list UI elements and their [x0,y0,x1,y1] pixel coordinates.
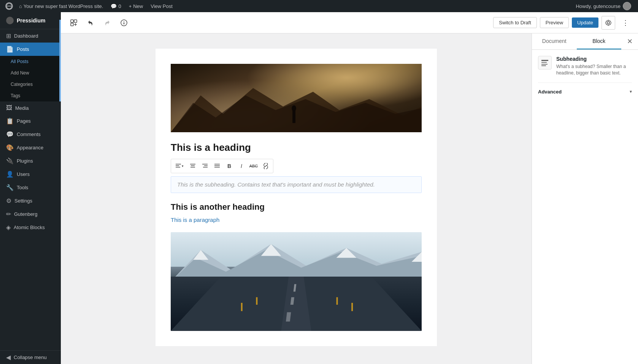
comments-nav-icon: 💬 [6,131,14,138]
tools-icon: 🔧 [6,184,14,191]
svg-rect-4 [71,23,73,26]
tags-label: Tags [11,93,20,98]
sidebar-item-all-posts[interactable]: All Posts [0,56,61,67]
sidebar-label-pages: Pages [17,118,31,124]
align-left-button[interactable]: ▾ [173,161,186,171]
add-block-button[interactable] [67,16,81,30]
italic-button[interactable]: I [236,161,247,171]
svg-rect-13 [292,110,295,123]
site-title-text: Pressidium [17,17,45,24]
sidebar-item-collapse[interactable]: ◀ Collapse menu [0,351,61,364]
info-button[interactable] [117,16,131,30]
panel-tabs: Document Block ✕ [532,33,638,50]
svg-rect-40 [336,297,338,305]
align-right-button[interactable] [199,161,211,171]
scroll-track [532,33,532,337]
heading1-text[interactable]: This is a heading [171,141,422,154]
subheading-block[interactable]: This is the subheading. Contains text th… [171,176,422,193]
formatting-toolbar: ▾ [171,159,273,173]
block-description: What's a subhead? Smaller than a headlin… [556,63,632,76]
new-label: New [133,3,143,9]
more-options-button[interactable]: ⋮ [618,16,632,30]
align-right-icon [202,163,208,169]
svg-rect-39 [241,303,243,311]
media-icon: 🖼 [6,104,12,111]
align-center-icon [190,163,196,169]
atomic-blocks-icon: ◈ [6,224,11,231]
sidebar-label-users: Users [17,171,30,177]
block-info-text: Subheading What's a subhead? Smaller tha… [556,56,632,76]
settings-button[interactable] [601,16,615,30]
sidebar-item-categories[interactable]: Categories [0,79,61,90]
right-panel: Document Block ✕ [532,33,638,364]
switch-to-draft-button[interactable]: Switch to Draft [493,17,537,28]
info-icon [121,19,127,26]
block-tab[interactable]: Block [577,33,622,49]
undo-button[interactable] [84,16,97,30]
sidebar-item-add-new[interactable]: Add New [0,67,61,79]
editor-content: This is a heading ▾ [61,33,532,364]
svg-point-9 [124,21,124,22]
sidebar-item-posts[interactable]: 📄 Posts [0,43,61,56]
sidebar-item-pages[interactable]: 📋 Pages [0,114,61,128]
editor-inner: This is a heading ▾ [156,49,437,346]
comments-link[interactable]: 💬 0 [107,0,125,12]
sidebar-item-atomic-blocks[interactable]: ◈ Atomic Blocks [0,221,61,234]
document-tab[interactable]: Document [532,33,577,49]
align-dropdown-arrow: ▾ [182,164,184,168]
redo-button[interactable] [100,16,114,30]
all-posts-label: All Posts [11,59,29,64]
link-icon [263,163,269,169]
bold-icon: B [227,163,231,169]
sidebar-item-users[interactable]: 👤 Users [0,168,61,181]
preview-button[interactable]: Preview [540,17,569,28]
bold-button[interactable]: B [224,161,235,171]
sidebar-item-media[interactable]: 🖼 Media [0,101,61,114]
gear-icon [605,19,612,26]
advanced-section-header[interactable]: Advanced ▾ [538,87,632,96]
new-content-link[interactable]: + New [125,0,147,12]
align-center-button[interactable] [187,161,198,171]
sidebar-label-comments: Comments [17,131,41,137]
view-post-link[interactable]: View Post [147,0,176,12]
sidebar-item-gutenberg[interactable]: ✏ Gutenberg [0,207,61,221]
site-name-link[interactable]: ⌂ Your new super fast WordPress site. [15,0,107,12]
paragraph-text[interactable]: This is a paragraph [171,217,422,223]
site-name-icon: ⌂ [19,3,22,9]
strikethrough-button[interactable]: ABC [248,161,259,171]
sidebar-item-plugins[interactable]: 🔌 Plugins [0,154,61,168]
wp-logo[interactable] [3,0,15,12]
sidebar-item-comments[interactable]: 💬 Comments [0,128,61,141]
sidebar: Pressidium ⊞ Dashboard 📄 Posts All Posts… [0,12,61,364]
sidebar-item-settings[interactable]: ⚙ Settings [0,194,61,207]
hero-image-block[interactable] [171,64,422,132]
panel-content: Subheading What's a subhead? Smaller tha… [532,50,638,364]
mountain-silhouette [171,84,422,132]
collapse-menu-section: ◀ Collapse menu [0,350,61,364]
heading2-text[interactable]: This is another heading [171,202,422,212]
link-button[interactable] [260,161,271,171]
add-block-icon [70,19,78,27]
adminbar-right: Howdy, gutencourse [572,2,635,10]
site-icon [6,17,14,24]
plugins-icon: 🔌 [6,157,14,165]
align-full-button[interactable] [211,161,223,171]
sidebar-item-tools[interactable]: 🔧 Tools [0,181,61,194]
road-image-block[interactable] [171,232,422,331]
avatar [623,2,631,10]
panel-close-button[interactable]: ✕ [623,35,636,48]
sidebar-item-tags[interactable]: Tags [0,90,61,101]
sidebar-item-dashboard[interactable]: ⊞ Dashboard [0,29,61,43]
categories-label: Categories [11,82,33,87]
howdy-text: Howdy, gutencourse [576,3,621,9]
sidebar-label-dashboard: Dashboard [14,33,38,39]
sidebar-label-collapse: Collapse menu [14,355,47,360]
block-info: Subheading What's a subhead? Smaller tha… [538,56,632,76]
subheading-placeholder-text: This is the subheading. Contains text th… [177,181,375,188]
sidebar-label-posts: Posts [17,46,29,52]
sidebar-label-tools: Tools [17,185,28,190]
update-button[interactable]: Update [572,17,598,28]
snow-mountains-svg [171,242,422,282]
sidebar-item-appearance[interactable]: 🎨 Appearance [0,141,61,154]
posts-icon: 📄 [6,46,14,53]
